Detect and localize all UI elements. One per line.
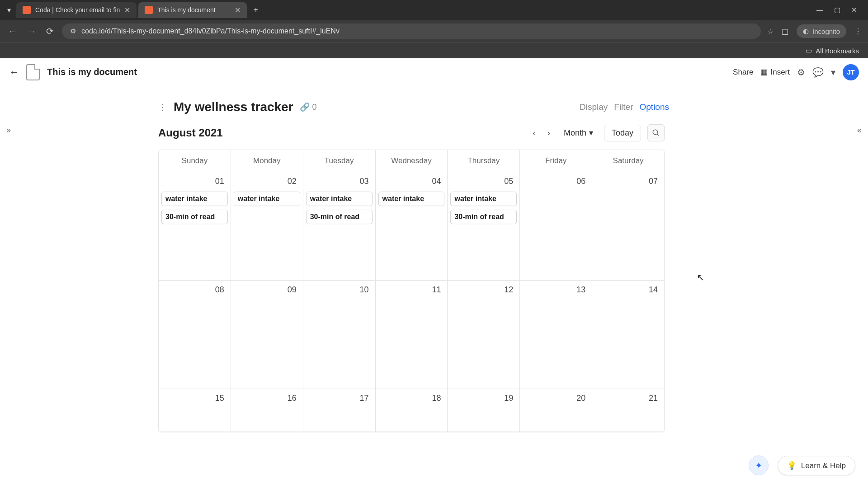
calendar-day-cell[interactable]: 21: [592, 389, 664, 432]
calendar-day-cell[interactable]: 15: [159, 389, 231, 432]
learn-help-label: Learn & Help: [801, 461, 846, 470]
day-number: 12: [450, 284, 517, 296]
tracker-menu-icon[interactable]: ⋮: [158, 102, 167, 113]
calendar-event[interactable]: 30-min of read: [450, 210, 517, 224]
tab-title: This is my document: [157, 6, 230, 14]
today-button[interactable]: Today: [604, 125, 641, 141]
calendar-day-cell[interactable]: 05water intake30-min of read: [448, 172, 520, 281]
calendar-day-cell[interactable]: 14: [592, 281, 664, 389]
document-icon[interactable]: [26, 64, 40, 80]
calendar-day-cell[interactable]: 12: [448, 281, 520, 389]
forward-button[interactable]: →: [25, 24, 38, 38]
calendar-week-row: 15161718192021: [159, 389, 664, 432]
site-info-icon[interactable]: ⚙: [70, 27, 76, 35]
calendar-event[interactable]: water intake: [306, 192, 373, 206]
close-window-button[interactable]: ✕: [851, 6, 857, 14]
insert-grid-icon: ▦: [760, 67, 768, 77]
learn-help-button[interactable]: 💡 Learn & Help: [778, 456, 855, 475]
all-bookmarks-label: All Bookmarks: [816, 47, 859, 55]
calendar-day-cell[interactable]: 17: [303, 389, 376, 432]
calendar-day-cell[interactable]: 20: [520, 389, 592, 432]
back-button[interactable]: ←: [6, 24, 19, 38]
calendar-day-cell[interactable]: 10: [303, 281, 376, 389]
calendar-header-row: SundayMondayTuesdayWednesdayThursdayFrid…: [159, 150, 664, 172]
calendar-day-header: Tuesday: [303, 150, 376, 172]
next-month-button[interactable]: ›: [545, 126, 553, 140]
calendar-day-cell[interactable]: 07: [592, 172, 664, 281]
calendar-event[interactable]: water intake: [378, 192, 445, 206]
link-count-value: 0: [312, 103, 317, 112]
calendar-event[interactable]: water intake: [450, 192, 517, 206]
calendar-event[interactable]: 30-min of read: [306, 210, 373, 224]
tracker-title[interactable]: My wellness tracker: [174, 100, 293, 114]
link-count[interactable]: 🔗 0: [300, 102, 317, 112]
bookmarks-bar: ▭ All Bookmarks: [0, 42, 868, 58]
main-content: ⋮ My wellness tracker 🔗 0 Display Filter…: [0, 86, 868, 432]
settings-gear-icon[interactable]: ⚙: [797, 67, 805, 78]
day-number: 03: [306, 176, 373, 188]
day-number: 08: [161, 284, 228, 296]
document-title[interactable]: This is my document: [47, 67, 137, 77]
calendar-day-cell[interactable]: 03water intake30-min of read: [303, 172, 376, 281]
day-number: 11: [378, 284, 445, 296]
calendar-controls: August 2021 ‹ › Month ▾ Today: [158, 124, 665, 141]
reload-button[interactable]: ⟳: [44, 24, 56, 38]
new-tab-button[interactable]: +: [249, 3, 263, 17]
calendar-day-cell[interactable]: 18: [376, 389, 448, 432]
calendar-week-row: 08091011121314: [159, 281, 664, 389]
tab-close-icon[interactable]: ✕: [124, 6, 130, 14]
minimize-button[interactable]: —: [816, 6, 823, 14]
tab-title: Coda | Check your email to fin: [35, 6, 120, 14]
address-bar: ← → ⟳ ⚙ coda.io/d/This-is-my-document_d8…: [0, 20, 868, 42]
doc-back-button[interactable]: ←: [9, 66, 19, 78]
tab-options[interactable]: Options: [640, 102, 669, 112]
tab-display[interactable]: Display: [580, 102, 608, 112]
calendar-day-cell[interactable]: 02water intake: [231, 172, 303, 281]
browser-tab[interactable]: Coda | Check your email to fin ✕: [16, 2, 137, 18]
browser-menu-icon[interactable]: ⋮: [854, 27, 862, 36]
calendar-day-cell[interactable]: 08: [159, 281, 231, 389]
side-panel-icon[interactable]: ◫: [782, 27, 788, 36]
day-number: 06: [523, 176, 589, 188]
url-input[interactable]: ⚙ coda.io/d/This-is-my-document_d84Iv0Zi…: [62, 23, 761, 39]
calendar-day-cell[interactable]: 04water intake: [376, 172, 448, 281]
calendar-search-button[interactable]: [647, 124, 665, 141]
day-number: 19: [450, 393, 517, 405]
calendar-day-cell[interactable]: 11: [376, 281, 448, 389]
tab-close-icon[interactable]: ✕: [235, 6, 241, 14]
insert-button[interactable]: ▦ Insert: [760, 67, 790, 77]
calendar-event[interactable]: water intake: [234, 192, 300, 206]
all-bookmarks-button[interactable]: ▭ All Bookmarks: [806, 47, 859, 55]
comments-icon[interactable]: 💬: [812, 67, 824, 78]
bookmark-star-icon[interactable]: ☆: [767, 27, 774, 36]
day-number: 17: [306, 393, 373, 405]
tab-favicon: [23, 6, 31, 14]
share-button[interactable]: Share: [733, 68, 753, 77]
comments-dropdown-icon[interactable]: ▾: [831, 67, 835, 78]
ai-assistant-button[interactable]: ✦: [749, 455, 769, 475]
calendar-event[interactable]: water intake: [161, 192, 228, 206]
app-header: ← This is my document Share ▦ Insert ⚙ 💬…: [0, 58, 868, 86]
maximize-button[interactable]: ▢: [834, 6, 840, 14]
day-number: 02: [234, 176, 300, 188]
calendar-day-cell[interactable]: 06: [520, 172, 592, 281]
calendar-day-cell[interactable]: 16: [231, 389, 303, 432]
day-number: 16: [234, 393, 300, 405]
tab-search-dropdown[interactable]: ▾: [4, 2, 14, 18]
prev-month-button[interactable]: ‹: [530, 126, 538, 140]
tab-favicon: [145, 6, 153, 14]
calendar-day-cell[interactable]: 01water intake30-min of read: [159, 172, 231, 281]
day-number: 13: [523, 284, 589, 296]
incognito-icon: ◐: [803, 27, 809, 35]
link-icon: 🔗: [300, 102, 310, 112]
calendar-day-header: Monday: [231, 150, 303, 172]
calendar-day-cell[interactable]: 13: [520, 281, 592, 389]
calendar-event[interactable]: 30-min of read: [161, 210, 228, 224]
calendar-day-cell[interactable]: 09: [231, 281, 303, 389]
tab-filter[interactable]: Filter: [614, 102, 633, 112]
user-avatar[interactable]: JT: [843, 64, 859, 80]
browser-tab[interactable]: This is my document ✕: [138, 2, 247, 18]
view-select[interactable]: Month ▾: [559, 125, 598, 141]
calendar-day-cell[interactable]: 19: [448, 389, 520, 432]
url-text: coda.io/d/This-is-my-document_d84Iv0ZibP…: [81, 27, 340, 35]
